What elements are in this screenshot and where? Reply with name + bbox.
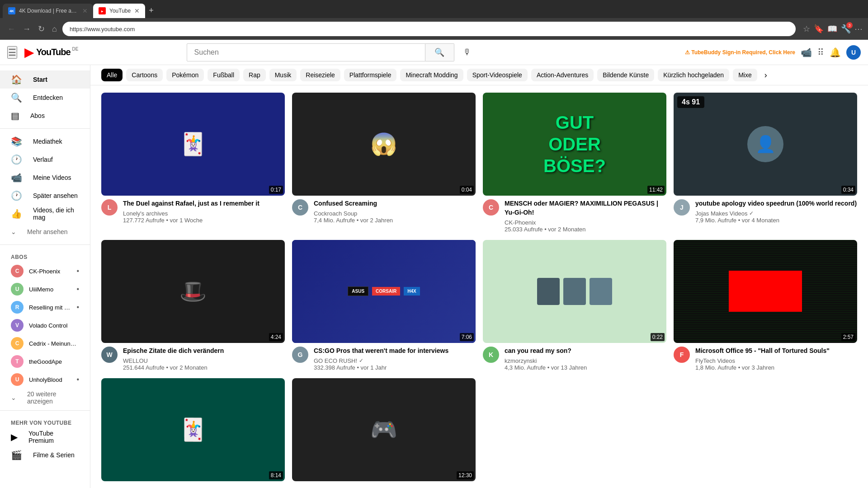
- sidebar-item-start[interactable]: 🏠 Start: [0, 70, 90, 89]
- create-button[interactable]: 📹: [801, 47, 812, 58]
- sidebar-item-spaeter[interactable]: 🕐 Später ansehen: [0, 187, 90, 205]
- show-more-subs-label: 20 weitere anzeigen: [27, 390, 79, 405]
- show-more-button[interactable]: ⌄ Mehr ansehen: [0, 223, 90, 241]
- video-card-v6[interactable]: ASUS CORSAIR H4X 7:06 G CS:GO Pros that …: [292, 240, 476, 371]
- chip-rap[interactable]: Rap: [243, 69, 266, 81]
- video-card-v4[interactable]: 👤 4s 91 0:34 J youtube apology video spe…: [674, 93, 857, 233]
- sidebar-divider-3: [0, 410, 90, 411]
- tab-close-4k[interactable]: ✕: [82, 7, 88, 14]
- video-thumb-v10: 🎮 12:30: [292, 378, 476, 481]
- account-avatar[interactable]: U: [846, 45, 861, 60]
- chip-sportvideo[interactable]: Sport-Videospiele: [467, 69, 528, 81]
- avatar-thegoodape: T: [11, 355, 24, 368]
- extension-icon[interactable]: 🔧: [841, 24, 851, 34]
- tab-bar: 4K 4K Download | Free and useful ✕ ▶ You…: [0, 0, 868, 18]
- chip-mixe[interactable]: Mixe: [733, 69, 757, 81]
- sidebar-item-filme[interactable]: 🎬 Filme & Serien: [0, 446, 90, 464]
- chip-pokemon[interactable]: Pokémon: [166, 69, 204, 81]
- notifications-button[interactable]: 🔔: [830, 47, 841, 58]
- chip-kuerzelich[interactable]: Kürzlich hochgeladen: [658, 69, 729, 81]
- sidebar-item-mediathek[interactable]: 📚 Mediathek: [0, 132, 90, 150]
- sidebar-sub-unholy[interactable]: U UnholyBlood •: [0, 371, 90, 389]
- sub-label-ck-phoenix: CK-Phoenix: [29, 268, 60, 275]
- thumb-overlay-v6: ASUS CORSAIR H4X: [292, 240, 476, 343]
- live-counter-v4: 4s 91: [677, 96, 704, 108]
- video-title-v2: Confused Screaming: [314, 199, 476, 208]
- chip-action[interactable]: Action-Adventures: [531, 69, 594, 81]
- reload-button[interactable]: ↻: [36, 22, 47, 36]
- bookmark-list-icon[interactable]: 🔖: [814, 24, 824, 34]
- video-thumb-v7: 0:22: [483, 240, 666, 343]
- show-more-subs-button[interactable]: ⌄ 20 weitere anzeigen: [0, 389, 90, 407]
- back-button[interactable]: ←: [5, 23, 17, 36]
- tab-4k[interactable]: 4K 4K Download | Free and useful ✕: [3, 4, 93, 18]
- chip-reiseziele[interactable]: Reiseziele: [300, 69, 340, 81]
- avatar-unholy: U: [11, 373, 24, 386]
- reading-mode-icon[interactable]: 📖: [827, 24, 837, 34]
- sidebar-sub-uiiimemo[interactable]: U UiiiMemo •: [0, 280, 90, 298]
- video-duration-v8: 2:57: [841, 333, 855, 341]
- video-duration-v2: 0:04: [460, 186, 474, 194]
- video-title-v6: CS:GO Pros that weren't made for intervi…: [314, 347, 476, 356]
- bookmark-icon[interactable]: ☆: [803, 24, 810, 34]
- sidebar-sub-thegoodape[interactable]: T theGoodApe: [0, 352, 90, 371]
- mic-button[interactable]: 🎙: [458, 43, 476, 61]
- tab-youtube[interactable]: ▶ YouTube ✕: [93, 4, 145, 18]
- video-card-v10[interactable]: 🎮 12:30: [292, 378, 476, 481]
- liked-icon: 👍: [11, 208, 22, 219]
- search-button[interactable]: 🔍: [425, 43, 454, 61]
- video-card-v5[interactable]: 🎩 4:24 W Epische Zitate die dich verände…: [101, 240, 285, 371]
- video-duration-v7: 0:22: [651, 333, 665, 341]
- tubebuddy-button[interactable]: ⚠ TubeBuddy Sign-in Required, Click Here: [685, 49, 795, 56]
- chip-plattformspiele[interactable]: Plattformspiele: [344, 69, 397, 81]
- show-more-label: Mehr ansehen: [27, 228, 68, 235]
- video-card-v2[interactable]: 😱 0:04 C Confused Screaming Cockroach So…: [292, 93, 476, 233]
- sidebar-item-verlauf[interactable]: 🕐 Verlauf: [0, 150, 90, 169]
- sidebar-label-start: Start: [33, 76, 47, 83]
- sidebar-item-liked[interactable]: 👍 Videos, die ich mag: [0, 205, 90, 223]
- yt-logo[interactable]: ▶ YouTube DE: [24, 45, 78, 60]
- search-area: 🔍 🎙: [187, 43, 476, 61]
- tab-close-yt[interactable]: ✕: [134, 7, 140, 14]
- chip-musik[interactable]: Musik: [269, 69, 297, 81]
- chip-minecraft[interactable]: Minecraft Modding: [400, 69, 463, 81]
- chip-alle[interactable]: Alle: [101, 69, 123, 81]
- premium-icon: ▶: [11, 432, 18, 442]
- chip-bildende[interactable]: Bildende Künste: [597, 69, 654, 81]
- avatar-cedrix: C: [11, 337, 24, 350]
- thumb-inner-v7: [483, 240, 666, 343]
- video-title-v8: Microsoft Office 95 - "Hall of Tortured …: [695, 347, 857, 356]
- sidebar-item-abos[interactable]: ▤ Abos: [0, 107, 90, 125]
- video-card-v8[interactable]: Fan lamss LeisuMichel... 2:57 F Microsof…: [674, 240, 857, 371]
- sidebar-sub-ck-phoenix[interactable]: C CK-Phoenix •: [0, 262, 90, 280]
- menu-icon[interactable]: ⋯: [854, 24, 863, 34]
- sidebar-sub-volado[interactable]: V Volado Control: [0, 316, 90, 334]
- search-input[interactable]: [187, 48, 425, 56]
- video-card-v1[interactable]: 🃏 0:17 L The Duel against Rafael, just a…: [101, 93, 285, 233]
- chip-fussball[interactable]: Fußball: [208, 69, 240, 81]
- video-meta-v6: CS:GO Pros that weren't made for intervi…: [314, 347, 476, 371]
- thumb-overlay-v4: 👤: [674, 93, 857, 196]
- forward-button[interactable]: →: [21, 23, 33, 36]
- hamburger-menu[interactable]: ☰: [7, 46, 17, 59]
- sidebar-item-meine-videos[interactable]: 📹 Meine Videos: [0, 169, 90, 187]
- apps-button[interactable]: ⠿: [817, 47, 824, 58]
- address-bar-row: ← → ↻ ⌂ ☆ 🔖 📖 🔧 ⋯: [0, 18, 868, 40]
- video-stats-v2: 7,4 Mio. Aufrufe • vor 2 Jahren: [314, 217, 476, 224]
- content-area: Alle Cartoons Pokémon Fußball Rap Musik …: [90, 65, 868, 488]
- sidebar-item-entdecken[interactable]: 🔍 Entdecken: [0, 89, 90, 107]
- home-button[interactable]: ⌂: [50, 23, 59, 36]
- video-duration-v4: 0:34: [841, 186, 855, 194]
- new-tab-button[interactable]: +: [145, 6, 157, 15]
- chip-cartoons[interactable]: Cartoons: [126, 69, 163, 81]
- sidebar-item-premium[interactable]: ▶ YouTube Premium: [0, 428, 90, 446]
- filter-next-button[interactable]: ›: [761, 70, 771, 80]
- video-card-v7[interactable]: 0:22 K can you read my son? kzmorzynski …: [483, 240, 666, 371]
- verified-icon-v6: ✓: [359, 357, 363, 364]
- video-card-v9[interactable]: 🃏 8:14: [101, 378, 285, 481]
- address-input[interactable]: [62, 22, 796, 36]
- sidebar-sub-reselling[interactable]: R Reselling mit Kopf •: [0, 298, 90, 316]
- video-card-v3[interactable]: GUTODERBÖSE? 11:42 C MENSCH oder MAGIER?…: [483, 93, 666, 233]
- sidebar-sub-cedrix[interactable]: C Cedrix - Meinungsbl...: [0, 334, 90, 352]
- sub-label-volado: Volado Control: [29, 322, 67, 329]
